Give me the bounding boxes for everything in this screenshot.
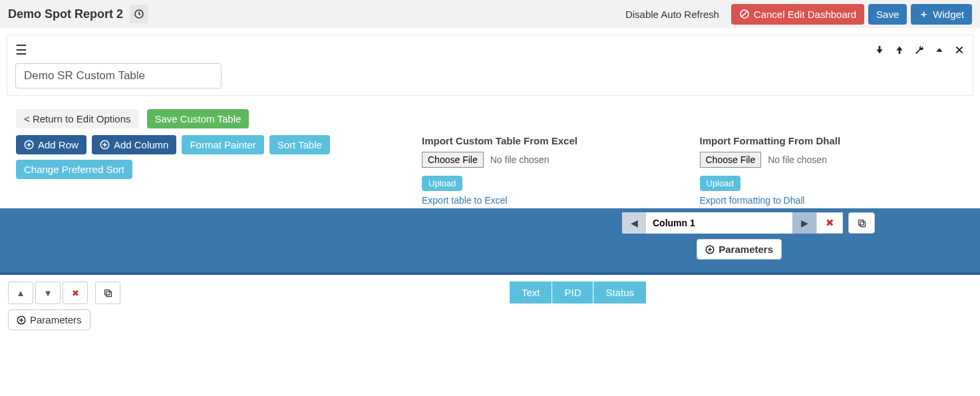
import-dhall-label: Import Formatting From Dhall — [700, 135, 965, 146]
copy-icon — [857, 218, 867, 228]
svg-rect-3 — [879, 46, 881, 50]
plus-circle-icon — [17, 315, 26, 325]
wrench-icon[interactable] — [914, 45, 925, 55]
close-icon[interactable] — [954, 45, 965, 55]
widget-name-input[interactable] — [15, 63, 222, 89]
save-custom-table-button[interactable]: Save Custom Table — [147, 109, 249, 128]
add-row-button[interactable]: Add Row — [16, 135, 86, 154]
collapse-icon[interactable] — [934, 45, 945, 55]
svg-rect-14 — [858, 220, 864, 225]
history-icon — [134, 9, 144, 19]
column-header-bar: ◀ ▶ ✖ Parameters — [0, 208, 980, 275]
add-widget-button[interactable]: ＋ Widget — [911, 4, 972, 25]
column-parameters-label: Parameters — [719, 244, 773, 255]
format-painter-button[interactable]: Format Painter — [182, 135, 263, 154]
tab-text[interactable]: Text — [510, 282, 552, 303]
delete-row-button[interactable]: ✖ — [63, 282, 88, 304]
hamburger-icon[interactable]: ☰ — [15, 42, 27, 58]
row-parameters-button[interactable]: Parameters — [8, 309, 90, 330]
widget-label: Widget — [933, 9, 964, 20]
choose-file-dhall-button[interactable]: Choose File — [700, 152, 762, 168]
svg-rect-13 — [860, 222, 866, 227]
choose-file-excel-button[interactable]: Choose File — [422, 152, 484, 168]
column-parameters-button[interactable]: Parameters — [697, 239, 782, 260]
sort-table-button[interactable]: Sort Table — [269, 135, 330, 154]
import-excel-label: Import Custom Table From Excel — [422, 135, 687, 146]
widget-panel: ☰ — [7, 35, 973, 96]
add-row-label: Add Row — [38, 139, 79, 150]
arrow-right-icon: ▶ — [801, 218, 808, 228]
row-move-down-button[interactable]: ▼ — [35, 282, 61, 304]
svg-rect-18 — [106, 292, 112, 297]
cancel-edit-dashboard-button[interactable]: Cancel Edit Dashboard — [731, 4, 864, 25]
arrow-left-icon: ◀ — [631, 218, 638, 228]
row-move-up-button[interactable]: ▲ — [8, 282, 33, 304]
export-dhall-link[interactable]: Export formatting to Dhall — [700, 195, 805, 206]
plus-circle-icon — [100, 140, 110, 150]
svg-line-2 — [742, 11, 747, 17]
copy-column-button[interactable] — [848, 212, 875, 234]
history-button[interactable] — [130, 5, 148, 23]
caret-down-icon: ▼ — [43, 288, 52, 298]
return-button[interactable]: < Return to Edit Options — [16, 109, 139, 128]
tab-status[interactable]: Status — [593, 282, 646, 303]
tab-pid[interactable]: PID — [552, 282, 593, 303]
next-column-button[interactable]: ▶ — [792, 212, 816, 234]
top-bar: Demo Spot Report 2 Disable Auto Refresh … — [0, 0, 980, 28]
move-down-icon[interactable] — [874, 45, 885, 55]
cancel-icon — [739, 9, 750, 19]
cancel-edit-label: Cancel Edit Dashboard — [754, 9, 856, 20]
change-preferred-sort-button[interactable]: Change Preferred Sort — [16, 160, 132, 179]
caret-up-icon: ▲ — [16, 288, 25, 298]
no-file-dhall-text: No file chosen — [768, 154, 827, 165]
upload-excel-button[interactable]: Upload — [422, 176, 462, 191]
column-name-input[interactable] — [646, 212, 792, 234]
x-icon: ✖ — [72, 288, 79, 298]
export-excel-link[interactable]: Export table to Excel — [422, 195, 507, 206]
upload-dhall-button[interactable]: Upload — [700, 176, 740, 191]
add-column-button[interactable]: Add Column — [92, 135, 177, 154]
row-parameters-label: Parameters — [30, 314, 82, 325]
plus-circle-icon — [24, 140, 34, 150]
add-column-label: Add Column — [114, 139, 169, 150]
plus-icon: ＋ — [919, 8, 929, 21]
save-button[interactable]: Save — [868, 4, 907, 25]
page-title: Demo Spot Report 2 — [8, 7, 123, 21]
svg-rect-4 — [899, 50, 901, 54]
no-file-excel-text: No file chosen — [490, 154, 550, 165]
delete-column-button[interactable]: ✖ — [816, 212, 843, 234]
plus-circle-icon — [705, 245, 715, 254]
prev-column-button[interactable]: ◀ — [622, 212, 646, 234]
disable-auto-refresh-button[interactable]: Disable Auto Refresh — [617, 4, 727, 25]
x-icon: ✖ — [826, 217, 834, 229]
copy-row-button[interactable] — [95, 282, 120, 304]
svg-rect-19 — [104, 290, 110, 295]
copy-icon — [103, 288, 113, 298]
move-up-icon[interactable] — [894, 45, 905, 55]
